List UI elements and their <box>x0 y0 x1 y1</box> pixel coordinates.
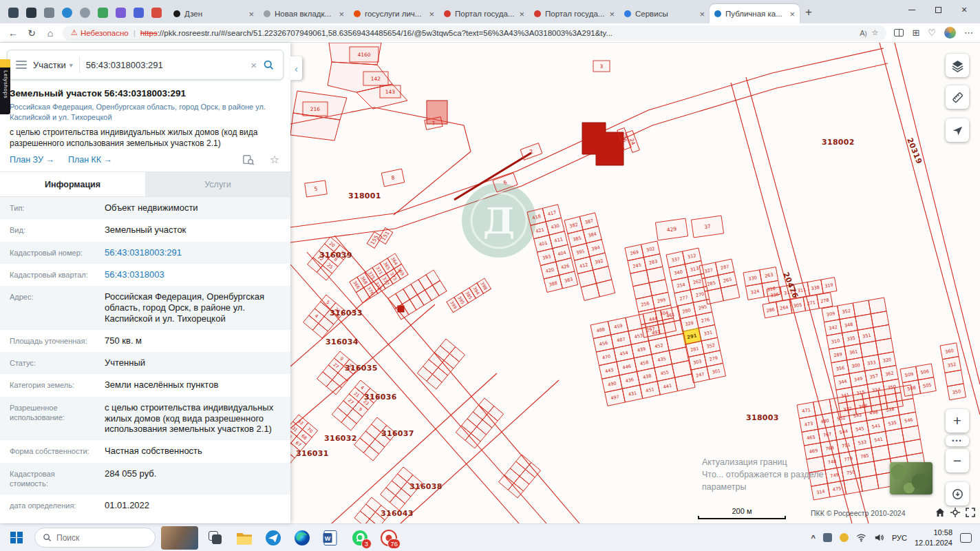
browser-tab[interactable]: Сервисы× <box>619 4 710 23</box>
home-icon[interactable]: ⌂ <box>44 28 56 39</box>
layers-button[interactable] <box>946 54 969 77</box>
tray-app-icon[interactable] <box>823 533 832 542</box>
url-field[interactable]: ⚠Небезопасно | https://pkk.rosreestr.ru/… <box>63 25 886 41</box>
tray-app-icon[interactable] <box>840 533 849 542</box>
pinned-site-icon[interactable] <box>62 8 72 18</box>
tab-close-icon[interactable]: × <box>248 10 254 19</box>
pinned-site-icon[interactable] <box>98 8 108 18</box>
parcel[interactable]: 142 <box>363 72 388 85</box>
map-home-icon[interactable] <box>935 507 947 519</box>
search-category-dropdown[interactable]: Участки▾ <box>33 60 73 70</box>
parcel[interactable]: 37 <box>691 216 723 238</box>
geolocation-button[interactable] <box>946 482 969 506</box>
whatsapp-icon[interactable]: 3 <box>348 526 372 550</box>
edge-icon[interactable] <box>290 526 314 550</box>
tab-close-icon[interactable]: × <box>429 10 434 19</box>
maximize-button[interactable] <box>925 0 951 19</box>
parcel[interactable]: 2 <box>520 143 542 160</box>
language-indicator[interactable]: РУС <box>892 534 907 542</box>
start-button[interactable] <box>4 526 29 550</box>
taskbar-search-input[interactable] <box>56 533 132 543</box>
split-screen-icon[interactable] <box>894 29 904 37</box>
zoom-menu-button[interactable]: ••• <box>946 435 969 446</box>
settings-menu-icon[interactable]: ⋯ <box>964 28 973 38</box>
zoom-in-button[interactable]: + <box>946 409 969 433</box>
parcel-cell[interactable] <box>844 478 862 495</box>
identify-arrow-button[interactable] <box>946 118 969 142</box>
parcel[interactable]: 429 <box>655 218 688 240</box>
zoom-to-object-icon[interactable] <box>242 154 255 166</box>
browser-tab[interactable]: Портал госуда...× <box>439 4 529 23</box>
parcel-cell[interactable] <box>860 475 879 492</box>
cadastral-map[interactable]: Д 36436936537337137737537236837636639839… <box>290 43 980 523</box>
zoom-out-button[interactable]: − <box>946 449 969 472</box>
pinned-site-icon[interactable] <box>134 8 144 18</box>
panel-collapse-button[interactable]: ‹ <box>290 56 302 80</box>
fullscreen-icon[interactable] <box>965 507 977 519</box>
collections-icon[interactable]: ⊞ <box>912 28 919 38</box>
browser-tab[interactable]: Дзен× <box>169 4 259 23</box>
tab-close-icon[interactable]: × <box>789 10 795 19</box>
pinned-app-icon[interactable] <box>262 526 285 550</box>
pinned-site-icon[interactable] <box>8 8 19 18</box>
parcel[interactable]: 4160 <box>350 47 379 62</box>
cadastral-quarter-link[interactable]: 56:43:0318003 <box>96 264 290 286</box>
tab-close-icon[interactable]: × <box>699 10 705 19</box>
minimize-button[interactable] <box>899 0 925 19</box>
search-bar[interactable]: Участки▾ × <box>7 50 284 80</box>
read-aloud-icon[interactable]: A) <box>860 29 866 37</box>
basemap-preview[interactable] <box>890 462 933 495</box>
favorite-icon[interactable]: ☆ <box>268 154 281 166</box>
browser-tab[interactable]: Новая вкладк...× <box>259 4 349 23</box>
pinned-site-icon[interactable] <box>44 8 54 18</box>
cadastral-number-link[interactable]: 56:43:0318003:291 <box>96 242 290 264</box>
pinned-site-icon[interactable] <box>26 8 36 18</box>
browser-tab-active[interactable]: Публичная ка...× <box>710 4 800 23</box>
tab-close-icon[interactable]: × <box>519 10 524 19</box>
tray-expand-icon[interactable]: ^ <box>811 534 815 542</box>
refresh-icon[interactable]: ↻ <box>25 28 38 39</box>
pinned-site-icon[interactable] <box>116 8 126 18</box>
back-icon[interactable]: ← <box>7 28 19 39</box>
close-button[interactable]: × <box>951 0 977 19</box>
pinned-site-icon[interactable] <box>80 8 90 18</box>
menu-icon[interactable] <box>16 61 27 69</box>
parcel[interactable]: 3 <box>593 61 610 72</box>
parcel[interactable]: 8 <box>381 169 405 187</box>
widgets-thumbnail[interactable] <box>161 526 198 550</box>
search-icon[interactable] <box>263 59 275 71</box>
map-area[interactable]: Д 36436936537337137737537236837636639839… <box>290 43 980 523</box>
measure-button[interactable] <box>946 85 969 109</box>
browser-tab[interactable]: Портал госуда...× <box>529 4 619 23</box>
tab-information[interactable]: Информация <box>0 172 145 196</box>
tab-services[interactable]: Услуги <box>145 172 290 196</box>
parcel[interactable]: 216 <box>303 102 328 116</box>
search-input[interactable] <box>86 60 245 70</box>
taskbar-clock[interactable]: 10:58 12.01.2024 <box>915 528 952 548</box>
profile-avatar[interactable] <box>944 27 956 39</box>
browser-tab[interactable]: госуслуги лич...× <box>349 4 439 23</box>
security-chip[interactable]: ⚠Небезопасно <box>71 28 129 37</box>
volume-icon[interactable] <box>874 532 884 543</box>
plan-zu-link[interactable]: План ЗУ → <box>10 155 54 165</box>
plan-kk-link[interactable]: План КК → <box>68 155 112 165</box>
task-view-button[interactable] <box>205 528 226 548</box>
pinned-site-icon[interactable] <box>151 8 162 18</box>
extension-side-badge[interactable]: Letyshops <box>0 59 10 114</box>
wifi-icon[interactable] <box>856 532 866 543</box>
tab-close-icon[interactable]: × <box>609 10 615 19</box>
parcel[interactable]: 143 <box>380 85 401 98</box>
favorites-star-icon[interactable]: ☆ <box>872 28 879 37</box>
clear-search-icon[interactable]: × <box>251 59 257 71</box>
file-explorer-icon[interactable] <box>233 526 256 550</box>
map-center-icon[interactable] <box>950 507 962 519</box>
notification-center-icon[interactable] <box>960 533 972 543</box>
new-tab-button[interactable]: + <box>800 6 818 23</box>
browser-essentials-icon[interactable]: ♡ <box>928 28 936 38</box>
word-icon[interactable]: W <box>319 526 343 550</box>
pinned-app-icon[interactable]: 76 <box>377 526 401 550</box>
parcel[interactable]: 151 <box>378 228 393 245</box>
taskbar-search[interactable] <box>34 528 156 548</box>
parcel[interactable]: 5 <box>305 180 327 197</box>
tab-close-icon[interactable]: × <box>339 10 344 19</box>
